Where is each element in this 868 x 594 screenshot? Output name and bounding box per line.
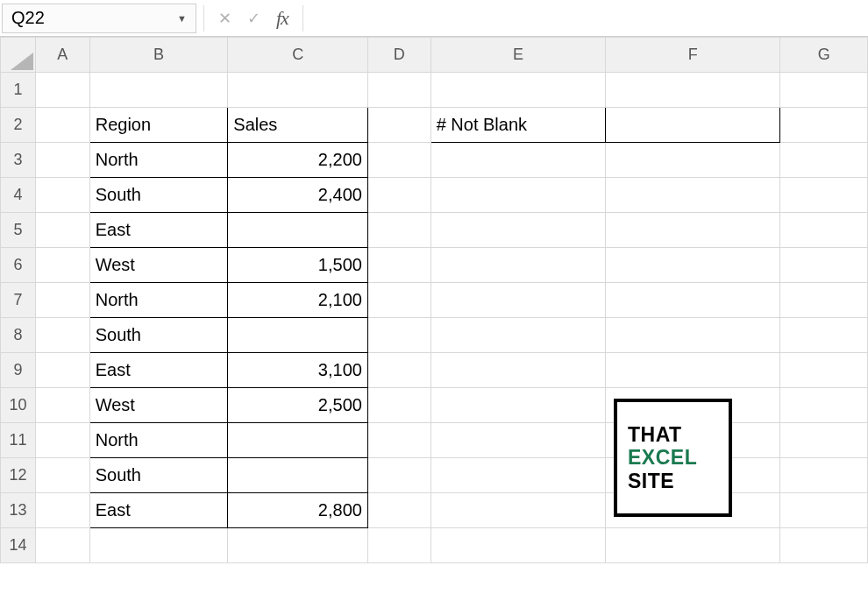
cell-sales[interactable]: 2,800 [228, 493, 368, 528]
cell[interactable] [35, 143, 89, 178]
cell[interactable] [780, 423, 868, 458]
cell[interactable] [780, 318, 868, 353]
cell-region[interactable]: North [89, 143, 228, 178]
cell-region[interactable]: South [89, 458, 228, 493]
cell[interactable] [89, 528, 228, 563]
cell-sales[interactable]: 2,100 [228, 283, 368, 318]
cell[interactable] [35, 528, 89, 563]
cell-sales[interactable]: 2,400 [228, 178, 368, 213]
row-header[interactable]: 8 [1, 318, 36, 353]
col-header[interactable]: C [228, 38, 368, 73]
cell[interactable] [780, 458, 868, 493]
row-header[interactable]: 7 [1, 283, 36, 318]
cell[interactable] [780, 353, 868, 388]
cell[interactable] [367, 423, 430, 458]
cell[interactable] [367, 493, 430, 528]
col-header[interactable]: G [780, 38, 868, 73]
row-header[interactable]: 12 [1, 458, 36, 493]
cell[interactable] [35, 213, 89, 248]
cell[interactable] [430, 143, 605, 178]
cell[interactable] [780, 528, 868, 563]
cell-region[interactable]: South [89, 318, 228, 353]
cell[interactable] [606, 283, 780, 318]
col-header[interactable]: D [367, 38, 430, 73]
cell-region[interactable]: West [89, 248, 228, 283]
cell[interactable] [606, 178, 780, 213]
formula-input[interactable] [310, 4, 866, 33]
cell[interactable] [430, 528, 605, 563]
cell[interactable] [430, 213, 605, 248]
cell[interactable] [780, 108, 868, 143]
row-header[interactable]: 9 [1, 353, 36, 388]
cell[interactable] [606, 213, 780, 248]
cell[interactable] [780, 248, 868, 283]
cell[interactable] [35, 178, 89, 213]
cancel-icon[interactable]: ✕ [218, 9, 231, 28]
cell[interactable] [367, 178, 430, 213]
cell[interactable] [780, 143, 868, 178]
cell[interactable] [367, 458, 430, 493]
cell[interactable] [367, 318, 430, 353]
cell[interactable] [35, 318, 89, 353]
cell[interactable] [35, 108, 89, 143]
cell[interactable] [367, 388, 430, 423]
name-box[interactable]: Q22 ▼ [2, 4, 196, 33]
select-all-corner[interactable] [1, 38, 36, 73]
cell[interactable] [35, 283, 89, 318]
cell[interactable] [430, 73, 605, 108]
cell[interactable] [430, 248, 605, 283]
cell[interactable] [89, 73, 228, 108]
cell-sales-header[interactable]: Sales [228, 108, 368, 143]
cell-region[interactable]: South [89, 178, 228, 213]
cell-region-header[interactable]: Region [89, 108, 228, 143]
cell[interactable] [367, 143, 430, 178]
cell[interactable] [430, 178, 605, 213]
row-header[interactable]: 2 [1, 108, 36, 143]
cell[interactable] [606, 318, 780, 353]
cell[interactable] [430, 318, 605, 353]
cell[interactable] [35, 423, 89, 458]
cell-sales[interactable] [228, 318, 368, 353]
col-header[interactable]: B [89, 38, 228, 73]
confirm-icon[interactable]: ✓ [247, 9, 260, 28]
cell-sales[interactable] [228, 213, 368, 248]
cell[interactable] [35, 353, 89, 388]
cell[interactable] [35, 493, 89, 528]
cell[interactable] [430, 388, 605, 423]
cell-sales[interactable]: 3,100 [228, 353, 368, 388]
cell-sales[interactable]: 2,200 [228, 143, 368, 178]
cell[interactable] [35, 248, 89, 283]
cell[interactable] [430, 423, 605, 458]
cell[interactable] [606, 248, 780, 283]
fx-icon[interactable]: fx [276, 7, 288, 30]
cell[interactable] [780, 213, 868, 248]
cell[interactable] [780, 178, 868, 213]
cell-sales[interactable] [228, 423, 368, 458]
row-header[interactable]: 13 [1, 493, 36, 528]
cell-summary-value[interactable] [606, 108, 780, 143]
cell-sales[interactable] [228, 458, 368, 493]
cell[interactable] [780, 283, 868, 318]
cell[interactable] [367, 248, 430, 283]
cell[interactable] [367, 108, 430, 143]
cell[interactable] [228, 73, 368, 108]
row-header[interactable]: 6 [1, 248, 36, 283]
row-header[interactable]: 10 [1, 388, 36, 423]
col-header[interactable]: F [606, 38, 780, 73]
cell[interactable] [430, 353, 605, 388]
cell[interactable] [367, 213, 430, 248]
cell[interactable] [606, 143, 780, 178]
row-header[interactable]: 3 [1, 143, 36, 178]
cell[interactable] [780, 388, 868, 423]
cell[interactable] [35, 458, 89, 493]
row-header[interactable]: 4 [1, 178, 36, 213]
cell[interactable] [35, 388, 89, 423]
cell[interactable] [780, 73, 868, 108]
cell[interactable] [367, 353, 430, 388]
chevron-down-icon[interactable]: ▼ [177, 13, 187, 24]
cell-sales[interactable]: 1,500 [228, 248, 368, 283]
col-header[interactable]: E [430, 38, 605, 73]
cell[interactable] [606, 528, 780, 563]
cell[interactable] [606, 73, 780, 108]
cell-region[interactable]: West [89, 388, 228, 423]
